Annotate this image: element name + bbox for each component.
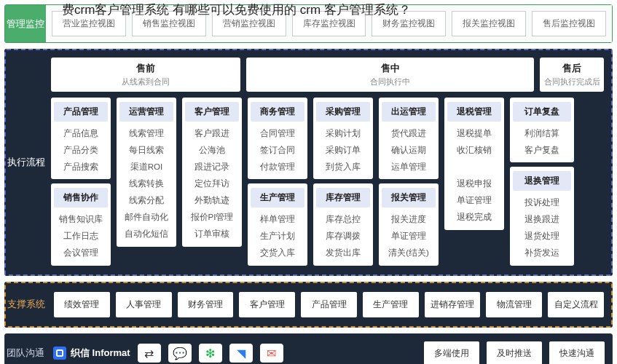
module-item[interactable]: 库存调拨 (316, 227, 370, 244)
phase-post: 售后 合同执行完成后 (540, 58, 604, 92)
module-item[interactable]: 产品信息 (54, 124, 108, 141)
section-comm: 团队沟通 织信 Informat ⇄ 💬 ❇ ◥ ✉ 多端使用及时推送快速沟通 (4, 333, 613, 364)
process-col: 运营管理线索管理每日线索渠道ROI线索转换线索分配邮件自动化自动化短信 (117, 98, 176, 266)
module-item[interactable]: 工作日志 (54, 227, 108, 244)
module-item[interactable]: 签订合同 (251, 141, 304, 158)
module-item[interactable]: 自动化短信 (119, 226, 173, 242)
module-item[interactable]: 采购计划 (316, 124, 370, 141)
module: 退换管理投诉处理退换跟进退货处理补货发运 (510, 167, 574, 265)
module-item[interactable]: 每日线索 (119, 141, 173, 158)
module-item[interactable]: 采购订单 (316, 141, 370, 158)
module-item[interactable]: 线索转换 (119, 175, 173, 191)
module-item[interactable]: 清关(结关) (382, 244, 436, 261)
support-item[interactable]: 财务管理 (178, 292, 234, 317)
module-item[interactable]: 发货出库 (316, 244, 370, 261)
module-item[interactable]: 销售知识库 (54, 210, 108, 227)
module-item[interactable]: 货代跟进 (382, 124, 436, 141)
module-item[interactable] (447, 158, 501, 175)
comm-button[interactable]: 快速沟通 (549, 341, 605, 364)
mail-icon[interactable]: ✉ (260, 344, 283, 363)
module-item[interactable]: 跟进记录 (185, 158, 239, 175)
module-item[interactable]: 收汇核销 (447, 141, 501, 158)
monitor-label: 管理监控 (5, 5, 46, 42)
support-item[interactable]: 生产管理 (363, 292, 419, 317)
module-item[interactable]: 公海池 (185, 141, 239, 158)
module-item[interactable]: 报关进度 (382, 210, 436, 227)
dingtalk-icon[interactable]: ◥ (229, 344, 253, 363)
chat-icon[interactable]: 💬 (168, 344, 192, 363)
comm-button[interactable]: 及时推送 (487, 341, 542, 364)
support-item[interactable]: 绩效管理 (54, 292, 110, 317)
process-col: 退税管理退税提单收汇核销 退税申报单证管理退税完成 (444, 98, 504, 266)
phase-post-title: 售后 (540, 62, 604, 75)
module-item[interactable]: 库存总控 (316, 210, 370, 227)
module-item[interactable]: 产品分类 (54, 141, 108, 158)
process-col: 客户管理客户跟进公海池跟进记录定位拜访外勤轨迹报价PI管理订单审核 (182, 98, 242, 266)
module-item[interactable]: 产品搜索 (54, 158, 108, 175)
module: 采购管理采购计划采购订单到货入库 (313, 98, 373, 179)
module-item[interactable]: 单证管理 (382, 227, 436, 244)
module-item[interactable]: 退税提单 (447, 124, 501, 141)
module-item[interactable]: 外勤轨迹 (185, 191, 239, 208)
module-item[interactable]: 退换跟进 (513, 210, 571, 227)
module-item[interactable]: 交货入库 (251, 244, 304, 261)
module-item[interactable]: 定位拜访 (185, 175, 239, 191)
module-head: 出运管理 (382, 102, 436, 122)
module-item[interactable]: 报价PI管理 (185, 208, 239, 225)
module-item[interactable]: 确认运期 (382, 141, 436, 158)
support-item[interactable]: 客户管理 (239, 292, 295, 317)
module-item[interactable]: 订单审核 (185, 226, 239, 242)
module-item[interactable]: 生产计划 (251, 227, 304, 244)
module-item[interactable]: 到货入库 (316, 158, 370, 175)
module-item[interactable]: 渠道ROI (119, 158, 173, 175)
module-item[interactable]: 退货处理 (513, 227, 571, 244)
phase-row: 售前 从线索到合同 售中 合同执行中 售后 合同执行完成后 (51, 58, 604, 92)
module: 销售协作销售知识库工作日志会议管理 (51, 183, 111, 265)
module-head: 退换管理 (513, 171, 571, 191)
brand-icon (53, 347, 66, 360)
module-item[interactable]: 运单管理 (382, 158, 436, 175)
module-item[interactable]: 合同管理 (251, 124, 304, 141)
comm-label: 团队沟通 (5, 334, 46, 364)
module-item[interactable]: 客户复盘 (513, 141, 571, 158)
process-col: 订单复盘利润结算客户复盘退换管理投诉处理退换跟进退货处理补货发运 (510, 98, 574, 266)
module-item[interactable]: 退税申报 (447, 175, 501, 191)
module-item[interactable]: 补货发运 (513, 244, 571, 261)
module: 报关管理报关进度单证管理清关(结关) (379, 183, 439, 265)
module-head: 产品管理 (54, 102, 108, 122)
module-item[interactable]: 退税完成 (447, 208, 501, 225)
module: 商务管理合同管理签订合同付款管理 (248, 98, 307, 179)
monitor-view[interactable]: 售后监控视图 (532, 11, 606, 36)
module: 产品管理产品信息产品分类产品搜索 (51, 98, 111, 179)
comm-button[interactable]: 多端使用 (424, 341, 479, 364)
module-item[interactable]: 利润结算 (513, 124, 571, 141)
module-item[interactable]: 邮件自动化 (119, 208, 173, 225)
section-process: 执行流程 售前 从线索到合同 售中 合同执行中 售后 合同执行完成后 产品管理产… (4, 49, 613, 276)
module-item[interactable]: 付款管理 (251, 158, 304, 175)
module-item[interactable]: 单证管理 (447, 191, 501, 208)
module-item[interactable]: 投诉处理 (513, 194, 571, 210)
module: 库存管理库存总控库存调拨发货出库 (313, 183, 373, 265)
module-item[interactable]: 客户跟进 (185, 124, 239, 141)
support-item[interactable]: 自定义流程 (548, 292, 604, 317)
module-head: 订单复盘 (513, 102, 571, 122)
process-col: 产品管理产品信息产品分类产品搜索销售协作销售知识库工作日志会议管理 (51, 98, 111, 266)
support-item[interactable]: 物流管理 (486, 292, 542, 317)
monitor-view[interactable]: 报关监控视图 (452, 11, 526, 36)
module-head: 退税管理 (447, 102, 501, 122)
process-label: 执行流程 (6, 50, 47, 274)
module-head: 客户管理 (185, 102, 239, 122)
module-item[interactable]: 线索分配 (119, 191, 173, 208)
phase-pre-sub: 从线索到合同 (51, 76, 240, 87)
module: 退税管理退税提单收汇核销 退税申报单证管理退税完成 (444, 98, 504, 230)
module-item[interactable]: 样单管理 (251, 210, 304, 227)
module: 客户管理客户跟进公海池跟进记录定位拜访外勤轨迹报价PI管理订单审核 (182, 98, 242, 247)
wechat-icon[interactable]: ❇ (199, 344, 222, 363)
support-item[interactable]: 产品管理 (301, 292, 357, 317)
module-item[interactable]: 线索管理 (119, 124, 173, 141)
module-item[interactable]: 会议管理 (54, 244, 108, 261)
support-item[interactable]: 进销存管理 (425, 292, 481, 317)
sync-icon[interactable]: ⇄ (138, 344, 161, 363)
module: 出运管理货代跟进确认运期运单管理 (379, 98, 439, 179)
support-item[interactable]: 人事管理 (116, 292, 172, 317)
